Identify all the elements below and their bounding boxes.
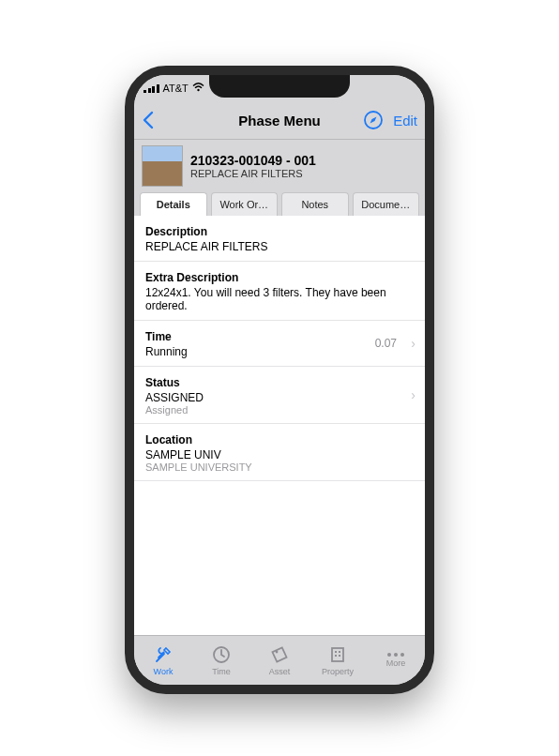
record-subtitle: REPLACE AIR FILTERS [190, 168, 316, 179]
section-description: Description REPLACE AIR FILTERS [134, 216, 425, 262]
value-location: SAMPLE UNIV [145, 448, 414, 461]
value-status: ASSIGNED [145, 391, 414, 404]
more-icon [387, 653, 404, 657]
section-location: Location SAMPLE UNIV SAMPLE UNIVERSITY [134, 424, 425, 481]
record-id: 210323-001049 - 001 [190, 153, 316, 168]
sub-location: SAMPLE UNIVERSITY [145, 461, 414, 473]
tabbar-label: More [386, 658, 406, 668]
section-extra-description: Extra Description 12x24x1. You will need… [134, 262, 425, 321]
label-time: Time [145, 330, 414, 343]
screen: AT&T 9:18 PM [134, 75, 425, 685]
tabbar-asset[interactable]: Asset [250, 636, 309, 685]
content[interactable]: Description REPLACE AIR FILTERS Extra De… [134, 216, 425, 635]
tab-details[interactable]: Details [140, 192, 207, 216]
tabbar-property[interactable]: Property [309, 636, 367, 685]
label-location: Location [145, 433, 414, 446]
svg-point-3 [276, 651, 279, 654]
notch [209, 73, 350, 98]
wrench-screwdriver-icon [153, 644, 174, 665]
tabbar-label: Work [154, 667, 174, 676]
time-hours: 0.07 [375, 337, 397, 350]
tabbar-label: Time [212, 667, 231, 676]
signal-icon [144, 84, 159, 93]
navbar: Phase Menu Edit [134, 101, 425, 140]
svg-rect-6 [339, 651, 340, 653]
record-header: 210323-001049 - 001 REPLACE AIR FILTERS [134, 140, 425, 187]
tabbar-work[interactable]: Work [134, 636, 192, 685]
svg-rect-8 [339, 655, 340, 657]
phone-frame: AT&T 9:18 PM [125, 66, 434, 694]
tabbar-label: Property [322, 667, 354, 676]
tabbar-time[interactable]: Time [192, 636, 250, 685]
edit-button[interactable]: Edit [393, 113, 417, 129]
svg-point-0 [197, 89, 199, 91]
tab-notes[interactable]: Notes [281, 192, 349, 216]
label-extra: Extra Description [145, 271, 414, 284]
value-extra: 12x24x1. You will need 3 filters. They h… [145, 286, 414, 312]
value-time: Running [145, 345, 414, 358]
svg-rect-5 [335, 651, 337, 653]
building-icon [327, 644, 348, 665]
compass-icon[interactable] [363, 110, 384, 130]
carrier-label: AT&T [163, 83, 189, 94]
tabbar-more[interactable]: More [367, 636, 425, 685]
svg-rect-7 [335, 655, 337, 657]
sub-status: Assigned [145, 404, 414, 416]
section-status[interactable]: Status ASSIGNED Assigned › [134, 367, 425, 424]
clock-icon [211, 644, 232, 665]
label-status: Status [145, 376, 414, 389]
thumbnail-image[interactable] [142, 145, 183, 187]
section-time[interactable]: Time Running 0.07 › [134, 321, 425, 367]
chevron-right-icon: › [411, 336, 415, 351]
tag-icon [269, 644, 290, 665]
tab-documents[interactable]: Docume… [353, 192, 420, 216]
chevron-right-icon: › [411, 387, 415, 402]
wifi-icon [192, 83, 204, 94]
value-description: REPLACE AIR FILTERS [145, 240, 414, 253]
tab-strip: Details Work Or… Notes Docume… [134, 187, 425, 216]
back-chevron-icon[interactable] [142, 111, 155, 129]
statusbar-left: AT&T [144, 83, 204, 94]
svg-rect-4 [332, 648, 343, 661]
tab-workorder[interactable]: Work Or… [211, 192, 279, 216]
label-description: Description [145, 225, 414, 238]
tabbar-label: Asset [269, 667, 291, 676]
tabbar: Work Time Asset [134, 635, 425, 685]
